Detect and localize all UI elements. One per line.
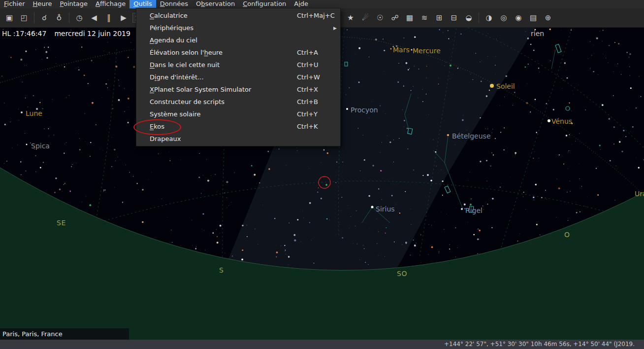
show-ground-icon[interactable]: ◒ — [462, 11, 475, 24]
menu-item-label: Dans le ciel cette nuit — [150, 61, 220, 69]
menu-item-xplanet-solar-system-simulator[interactable]: XPlanet Solar System SimulatorCtrl+X — [136, 83, 340, 96]
menu-item-shortcut: Ctrl+W — [297, 71, 320, 83]
menu-item-digne-d-interet[interactable]: Digne d'intérêt...Ctrl+W — [136, 71, 340, 83]
menu-item-label: Périphériques — [150, 24, 193, 32]
menu-item-ekos[interactable]: EkosCtrl+K — [136, 120, 340, 133]
cardinal-label-s: S — [219, 266, 224, 274]
submenu-arrow-icon: ▶ — [333, 22, 337, 35]
find-icon[interactable]: ⊕ — [542, 11, 554, 24]
sky-label-betelgeuse[interactable]: Bételgeuse — [452, 132, 491, 140]
sky-label-mars[interactable]: Mars — [393, 46, 410, 54]
sky-label-lune[interactable]: Lune — [26, 109, 42, 117]
menu-item-label: Ekos — [150, 123, 164, 130]
show-equatorial-grid-icon[interactable]: ⊞ — [433, 11, 446, 24]
betelgeuse-star — [447, 134, 449, 136]
toolbar-separator — [69, 12, 69, 23]
venus-dot — [547, 119, 550, 122]
menu-item-dans-le-ciel-cette-nuit[interactable]: Dans le ciel cette nuitCtrl+U — [136, 59, 340, 71]
cardinal-label-se: SE — [57, 219, 66, 227]
set-time-icon[interactable]: ◷ — [73, 11, 86, 24]
show-deep-sky-objects-icon[interactable]: ☄ — [359, 11, 372, 24]
sky-label-ura[interactable]: Ura — [635, 190, 644, 198]
show-constellation-boundaries-icon[interactable]: ▦ — [403, 11, 416, 24]
cardinal-label-o: O — [564, 231, 570, 239]
menu-item-agenda-du-ciel[interactable]: Agenda du ciel — [136, 34, 340, 46]
menu-item-label: Drapeaux — [150, 135, 181, 142]
set-geolocation-icon[interactable]: ♁ — [53, 11, 65, 24]
sky-label-spica[interactable]: Spica — [31, 142, 50, 150]
telescope-control-icon[interactable]: ◎ — [497, 11, 510, 24]
date-text: mercredi 12 juin 2019 — [54, 30, 130, 37]
zoom-fit-icon[interactable]: ▣ — [3, 11, 16, 24]
toolbar-view-group: ★☄☉☍▦≋⊞⊟◒◑◎◉▤⊕ — [343, 11, 555, 24]
procyon-star — [346, 108, 348, 110]
menubar-item-donnees[interactable]: Données — [156, 0, 192, 8]
rigel-star — [461, 208, 463, 210]
location-infobox[interactable]: Paris, Paris, France — [0, 328, 129, 340]
time-infobox[interactable]: HL :17:46:47mercredi 12 juin 2019 — [2, 30, 130, 37]
sky-map-options-icon[interactable]: ▤ — [527, 11, 540, 24]
statusbar: +144° 22' 57", +51° 30' 30" 10h 46m 56s,… — [0, 340, 644, 349]
kstars-window: MarsMercureSoleilLuneVénusProcyonBételge… — [0, 0, 644, 349]
menubar-item-observation[interactable]: Observation — [192, 0, 239, 8]
menu-item-label: Constructeur de scripts — [150, 98, 225, 105]
menu-item-shortcut: Ctrl+K — [297, 120, 318, 133]
menu-item-label: XPlanet Solar System Simulator — [150, 86, 251, 93]
menu-item-calculatrice[interactable]: CalculatriceCtrl+Maj+C — [136, 9, 340, 22]
spica-star — [26, 144, 28, 145]
menu-item-constructeur-de-scripts[interactable]: Constructeur de scriptsCtrl+B — [136, 96, 340, 108]
mars-dot — [390, 48, 392, 50]
menubar-item-configuration[interactable]: Configuration — [239, 0, 290, 8]
dso-green-dot — [450, 65, 451, 67]
menu-item-shortcut: Ctrl+Y — [297, 108, 318, 120]
menubar-item-aide[interactable]: Aide — [290, 0, 312, 8]
sun-dot — [490, 84, 494, 88]
menu-item-label: Calculatrice — [150, 12, 188, 19]
toolbar-separator — [34, 12, 34, 23]
cardinal-label-so: SO — [397, 270, 407, 278]
show-milky-way-icon[interactable]: ≋ — [418, 11, 431, 24]
toolbar-left-group: ▣◰☌♁◷◀‖▶1 — [2, 11, 149, 24]
menu-item-peripheriques[interactable]: Périphériques▶ — [136, 22, 340, 34]
sky-label-procyon[interactable]: Procyon — [351, 106, 378, 114]
menubar-item-pointage[interactable]: Pointage — [56, 0, 92, 8]
whats-interesting-icon[interactable]: ◉ — [512, 11, 525, 24]
color-scheme-icon[interactable]: ◑ — [483, 11, 495, 24]
toolbar-separator — [479, 12, 479, 23]
show-constellation-lines-icon[interactable]: ☍ — [388, 11, 401, 24]
menu-item-shortcut: Ctrl+U — [297, 59, 319, 71]
menu-item-label: Système solaire — [150, 110, 201, 118]
menubar-item-heure[interactable]: Heure — [29, 0, 56, 8]
show-stars-icon[interactable]: ★ — [344, 11, 357, 24]
sirius-star — [371, 206, 374, 209]
moon-dot — [21, 111, 23, 113]
fov-edit-icon[interactable]: ◰ — [18, 11, 31, 24]
tools-dropdown-menu: CalculatriceCtrl+Maj+CPériphériques▶Agen… — [136, 8, 341, 146]
sky-label-sirius[interactable]: Sirius — [376, 205, 395, 213]
menu-item-shortcut: Ctrl+Maj+C — [297, 9, 335, 22]
sky-label-soleil[interactable]: Soleil — [496, 82, 515, 90]
sky-label-mercure[interactable]: Mercure — [413, 47, 441, 55]
show-solar-system-icon[interactable]: ☉ — [374, 11, 386, 24]
menu-item-shortcut: Ctrl+X — [297, 83, 318, 96]
menubar: FichierHeurePointageAffichageOutilsDonné… — [0, 0, 644, 8]
menu-item-drapeaux[interactable]: Drapeaux — [136, 133, 340, 145]
time-step-backward-icon[interactable]: ◀ — [88, 11, 100, 24]
show-horizontal-grid-icon[interactable]: ⊟ — [448, 11, 460, 24]
menu-item-systeme-solaire[interactable]: Système solaireCtrl+Y — [136, 108, 340, 120]
menu-item-elevation-selon-l-heure[interactable]: Élévation selon l'heureCtrl+A — [136, 46, 340, 59]
menu-item-label: Digne d'intérêt... — [150, 73, 204, 81]
menubar-item-affichage[interactable]: Affichage — [92, 0, 129, 8]
menubar-item-outils[interactable]: Outils — [129, 0, 156, 8]
find-object-icon[interactable]: ☌ — [38, 11, 51, 24]
local-time-text: HL :17:46:47 — [2, 30, 46, 37]
time-step-forward-icon[interactable]: ▶ — [117, 11, 130, 24]
focus-object-infobox[interactable]: rien — [531, 30, 544, 37]
menubar-item-fichier[interactable]: Fichier — [0, 0, 29, 8]
menu-item-shortcut: Ctrl+A — [297, 46, 318, 59]
menu-item-label: Agenda du ciel — [150, 36, 197, 44]
sky-label-rigel[interactable]: Rigel — [465, 207, 483, 214]
toggle-time-running-icon[interactable]: ‖ — [102, 11, 115, 24]
menu-item-shortcut: Ctrl+B — [297, 96, 318, 108]
sky-label-venus[interactable]: Vénus — [551, 117, 572, 125]
